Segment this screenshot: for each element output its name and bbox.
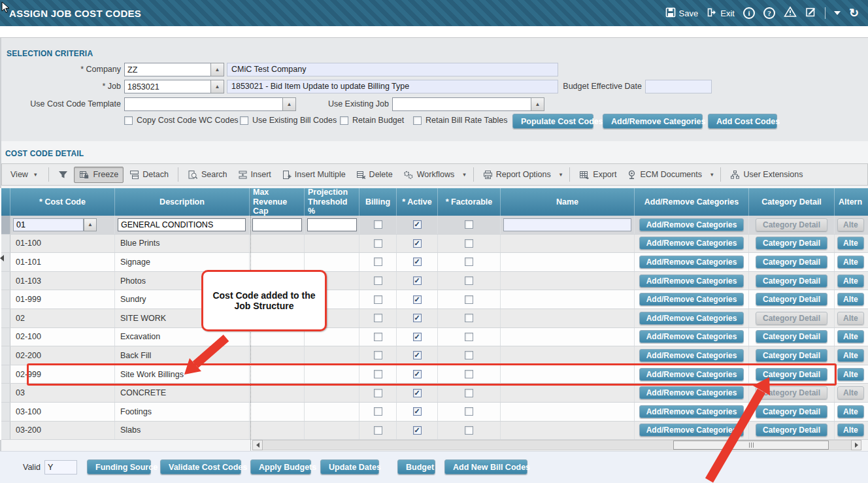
checkbox[interactable] — [374, 333, 382, 341]
company-input[interactable] — [124, 63, 211, 76]
toolbar-delete[interactable]: Delete — [352, 167, 397, 182]
name-cell[interactable] — [501, 403, 635, 421]
description-cell[interactable]: CONCRETE — [115, 384, 250, 402]
category-detail-button[interactable]: Category Detail — [756, 386, 827, 399]
column-header-description[interactable]: Description — [115, 188, 250, 216]
add-remove-categories-button[interactable]: Add/Remove Categories — [639, 293, 744, 306]
checkbox[interactable] — [465, 258, 473, 266]
description-cell[interactable]: Site Work Billings — [115, 365, 250, 384]
category-detail-button[interactable]: Category Detail — [756, 237, 827, 250]
category-detail-button[interactable]: Category Detail — [756, 405, 827, 418]
alternate-button[interactable]: Alte — [837, 386, 864, 399]
copy-cost-code-wc-codes-checkbox[interactable]: Copy Cost Code WC Codes — [124, 116, 239, 125]
toolbar-user-extensions[interactable]: User Extensions — [726, 167, 807, 182]
checkbox[interactable] — [465, 370, 473, 378]
add-remove-categories-button[interactable]: Add/Remove Categories — [639, 312, 744, 325]
table-row[interactable]: 01-100Blue Prints✓Add/Remove CategoriesC… — [1, 235, 868, 254]
use-cost-code-template-lov-button[interactable]: ▲ — [282, 97, 296, 111]
job-input[interactable] — [124, 80, 211, 93]
table-row[interactable]: 02-100Excavation✓Add/Remove CategoriesCa… — [1, 328, 868, 347]
checkbox[interactable] — [374, 314, 382, 322]
add-remove-categories-button[interactable]: Add/Remove Categories — [639, 275, 744, 288]
name-cell[interactable] — [501, 272, 635, 290]
category-detail-button[interactable]: Category Detail — [756, 256, 827, 269]
add-remove-categories-button[interactable]: Add/Remove Categories — [639, 405, 744, 418]
add-cost-codes-button[interactable]: Add Cost Codes — [708, 114, 777, 129]
category-detail-button[interactable]: Category Detail — [756, 424, 827, 437]
active-checkbox[interactable]: ✓ — [413, 220, 422, 229]
cost-code-cell[interactable]: 03-200 — [10, 422, 115, 440]
dropdown-caret-icon[interactable]: ▾ — [708, 169, 716, 180]
row-selector[interactable] — [1, 384, 10, 402]
name-cell[interactable] — [501, 384, 635, 402]
funding-source-button[interactable]: Funding Source — [87, 459, 151, 475]
column-header-add-remove-categories[interactable]: Add/Remove Categories — [635, 188, 749, 216]
cost-code-cell[interactable]: 01-103 — [10, 272, 115, 290]
toolbar-insert-multiple[interactable]: Insert Multiple — [277, 167, 350, 182]
cost-code-cell[interactable]: 01-101 — [10, 253, 115, 271]
projection-threshold-input[interactable] — [307, 218, 357, 231]
toolbar-report-options[interactable]: Report Options — [478, 167, 556, 182]
cost-code-cell[interactable]: 02-100 — [10, 328, 115, 346]
alternate-button[interactable]: Alte — [837, 405, 864, 418]
row-selector[interactable] — [1, 290, 10, 308]
checkbox[interactable] — [374, 407, 382, 416]
row-selector[interactable] — [1, 216, 10, 234]
add-remove-categories-button[interactable]: Add/Remove Categories — [639, 218, 744, 231]
scroll-left-button[interactable] — [252, 440, 263, 450]
cost-code-cell[interactable]: 03-100 — [10, 403, 115, 421]
table-row[interactable]: 01-101Signage✓Add/Remove CategoriesCateg… — [1, 253, 868, 272]
checkbox[interactable]: ✓ — [413, 276, 422, 285]
retain-budget-checkbox[interactable]: Retain Budget — [340, 116, 404, 125]
warning-icon[interactable] — [784, 6, 797, 20]
checkbox-icon[interactable] — [340, 116, 348, 125]
description-cell[interactable]: Blue Prints — [115, 235, 250, 253]
table-row[interactable]: 03-200Slabs✓Add/Remove CategoriesCategor… — [1, 422, 868, 441]
checkbox[interactable] — [465, 239, 473, 248]
use-existing-bill-codes-checkbox[interactable]: Use Existing Bill Codes — [240, 116, 337, 125]
checkbox[interactable] — [374, 351, 382, 359]
add-new-bill-codes-button[interactable]: Add New Bill Codes — [444, 459, 527, 475]
populate-cost-codes-button[interactable]: Populate Cost Codes — [512, 114, 593, 129]
cost-code-cell[interactable]: 02-200 — [10, 346, 115, 365]
toolbar-view-menu[interactable]: View▾ — [6, 166, 44, 183]
alternate-button[interactable]: Alte — [837, 330, 864, 343]
chevron-down-icon[interactable] — [834, 11, 841, 15]
category-detail-button[interactable]: Category Detail — [756, 330, 827, 343]
max-revenue-cap-cell[interactable] — [250, 235, 305, 253]
budget-button[interactable]: Budget — [397, 459, 435, 475]
checkbox[interactable] — [374, 239, 382, 248]
cost-code-cell[interactable]: 02-999 — [10, 365, 115, 384]
column-header-category-detail[interactable]: Category Detail — [749, 188, 835, 216]
projection-threshold-cell[interactable] — [305, 422, 359, 440]
alternate-button[interactable]: Alte — [837, 312, 864, 325]
category-detail-button[interactable]: Category Detail — [756, 368, 827, 381]
add-remove-categories-button[interactable]: Add/Remove Categories — [639, 424, 744, 437]
category-detail-button[interactable]: Category Detail — [756, 312, 827, 325]
max-revenue-cap-cell[interactable] — [250, 403, 305, 421]
budget-effective-date-input[interactable] — [645, 80, 712, 93]
projection-threshold-cell[interactable] — [305, 365, 359, 384]
table-row[interactable]: 03CONCRETE✓Add/Remove CategoriesCategory… — [1, 384, 868, 403]
add-remove-categories-button[interactable]: Add/Remove Categories — [639, 237, 744, 250]
column-header-name[interactable]: Name — [501, 188, 635, 216]
column-header-factorable[interactable]: * Factorable — [438, 188, 501, 216]
save-button[interactable]: Save — [665, 7, 699, 20]
category-detail-button[interactable]: Category Detail — [756, 275, 827, 288]
checkbox[interactable] — [465, 276, 473, 285]
toolbar-detach[interactable]: Detach — [125, 167, 173, 182]
projection-threshold-cell[interactable] — [305, 253, 359, 271]
toolbar-export[interactable]: Export — [575, 167, 621, 182]
toolbar-freeze[interactable]: Freeze — [74, 167, 124, 183]
help-icon[interactable]: ? — [763, 7, 775, 19]
name-cell[interactable] — [501, 235, 635, 253]
validate-cost-codes-button[interactable]: Validate Cost Codes — [160, 459, 241, 475]
add-remove-categories-button[interactable]: Add/Remove Categories — [603, 114, 703, 129]
checkbox[interactable]: ✓ — [413, 426, 422, 435]
checkbox-icon[interactable] — [240, 116, 248, 125]
checkbox[interactable] — [465, 333, 473, 341]
max-revenue-cap-input[interactable] — [252, 218, 302, 231]
add-remove-categories-button[interactable]: Add/Remove Categories — [639, 256, 744, 269]
update-dates-button[interactable]: Update Dates — [320, 459, 379, 475]
scrollbar-thumb[interactable] — [673, 441, 829, 450]
